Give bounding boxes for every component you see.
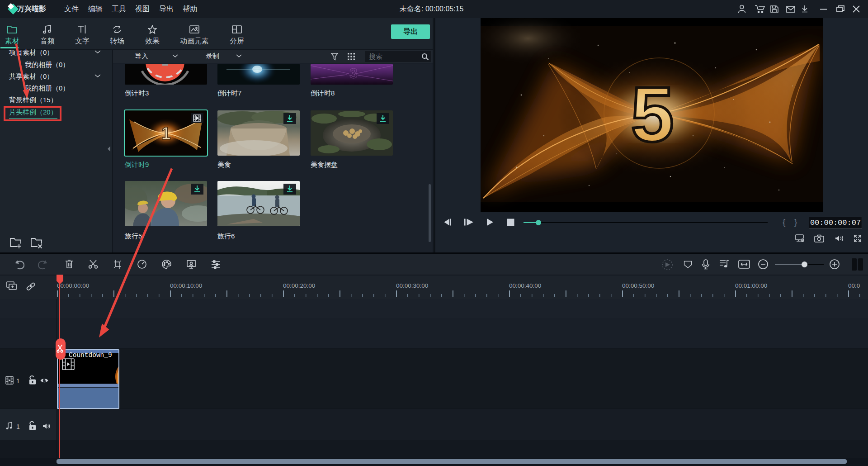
svg-text:00:00:20:00: 00:00:20:00 [283,282,315,289]
svg-text:00:0: 00:0 [848,282,860,289]
svg-text:00:00:00:00: 00:00:00:00 [57,282,89,289]
svg-text:3: 3 [349,65,358,81]
svg-text:00:00:50:00: 00:00:50:00 [622,282,654,289]
svg-text:1: 1 [16,423,20,430]
svg-text:5: 5 [631,71,674,157]
svg-text:00:00:10:00: 00:00:10:00 [170,282,202,289]
svg-text:00:01:00:00: 00:01:00:00 [735,282,767,289]
svg-text:00:00:40:00: 00:00:40:00 [509,282,541,289]
svg-text:1: 1 [161,124,170,143]
svg-text:1: 1 [16,377,20,385]
svg-text:00:00:30:00: 00:00:30:00 [396,282,428,289]
